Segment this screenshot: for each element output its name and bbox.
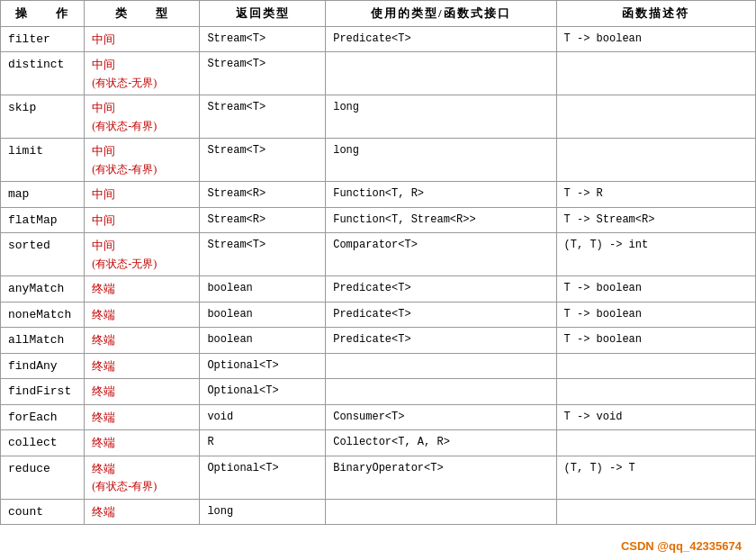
cell-op: forEach	[1, 404, 85, 430]
cell-iface: long	[326, 95, 556, 139]
cell-op: count	[1, 499, 85, 525]
cell-ret: R	[200, 430, 326, 456]
table-row: limit中间(有状态-有界)Stream<T>long	[1, 139, 756, 182]
cell-op: map	[1, 182, 85, 208]
table-row: findFirst终端Optional<T>	[1, 379, 756, 405]
cell-ret: Stream<R>	[200, 207, 326, 233]
header-op: 操 作	[1, 1, 85, 27]
cell-desc: (T, T) -> T	[556, 456, 755, 499]
table-row: flatMap中间Stream<R>Function<T, Stream<R>>…	[1, 207, 756, 233]
cell-type: 终端	[85, 404, 200, 430]
cell-ret: Stream<T>	[200, 52, 326, 95]
cell-desc: T -> boolean	[556, 276, 755, 303]
cell-desc	[556, 379, 755, 405]
cell-ret: Stream<R>	[200, 182, 326, 208]
cell-desc: T -> R	[556, 182, 755, 208]
cell-ret: boolean	[200, 302, 326, 328]
cell-desc: T -> Stream<R>	[556, 207, 755, 233]
cell-desc	[556, 52, 755, 95]
cell-type: 终端	[85, 276, 200, 303]
cell-ret: boolean	[200, 276, 326, 303]
table-row: map中间Stream<R>Function<T, R>T -> R	[1, 182, 756, 208]
cell-ret: Stream<T>	[200, 95, 326, 139]
cell-iface: BinaryOperator<T>	[326, 456, 556, 499]
cell-op: noneMatch	[1, 302, 85, 328]
cell-desc: (T, T) -> int	[556, 233, 755, 276]
cell-iface: Predicate<T>	[326, 276, 556, 303]
cell-type: 中间	[85, 207, 200, 233]
table-row: noneMatch终端booleanPredicate<T>T -> boole…	[1, 302, 756, 328]
header-iface: 使用的类型/函数式接口	[326, 1, 556, 27]
table-row: findAny终端Optional<T>	[1, 353, 756, 379]
cell-iface	[326, 353, 556, 379]
table-row: sorted中间(有状态-无界)Stream<T>Comparator<T>(T…	[1, 233, 756, 276]
table-row: reduce终端(有状态-有界)Optional<T>BinaryOperato…	[1, 456, 756, 499]
table-row: filter中间Stream<T>Predicate<T>T -> boolea…	[1, 26, 756, 52]
cell-op: anyMatch	[1, 276, 85, 303]
header-type: 类 型	[85, 1, 200, 27]
cell-type: 中间(有状态-无界)	[85, 52, 200, 95]
cell-desc	[556, 499, 755, 525]
main-table: 操 作 类 型 返回类型 使用的类型/函数式接口 函数描述符 filter中间S…	[0, 0, 756, 525]
cell-ret: Stream<T>	[200, 139, 326, 182]
cell-desc: T -> void	[556, 404, 755, 430]
cell-iface: Predicate<T>	[326, 26, 556, 52]
cell-iface: Predicate<T>	[326, 302, 556, 328]
cell-desc	[556, 430, 755, 456]
cell-iface: Function<T, Stream<R>>	[326, 207, 556, 233]
cell-op: filter	[1, 26, 85, 52]
cell-op: reduce	[1, 456, 85, 499]
cell-ret: long	[200, 499, 326, 525]
table-row: skip中间(有状态-有界)Stream<T>long	[1, 95, 756, 139]
cell-ret: Optional<T>	[200, 456, 326, 499]
cell-iface	[326, 379, 556, 405]
table-row: forEach终端voidConsumer<T>T -> void	[1, 404, 756, 430]
cell-type: 终端	[85, 302, 200, 328]
table-row: distinct中间(有状态-无界)Stream<T>	[1, 52, 756, 95]
cell-desc: T -> boolean	[556, 328, 755, 354]
cell-op: sorted	[1, 233, 85, 276]
cell-op: allMatch	[1, 328, 85, 354]
table-row: collect终端RCollector<T, A, R>	[1, 430, 756, 456]
page-wrapper: 操 作 类 型 返回类型 使用的类型/函数式接口 函数描述符 filter中间S…	[0, 0, 756, 560]
cell-ret: Stream<T>	[200, 26, 326, 52]
cell-desc: T -> boolean	[556, 26, 755, 52]
cell-desc: T -> boolean	[556, 302, 755, 328]
cell-type: 中间(有状态-有界)	[85, 95, 200, 139]
cell-type: 中间(有状态-无界)	[85, 233, 200, 276]
cell-desc	[556, 139, 755, 182]
cell-ret: Stream<T>	[200, 233, 326, 276]
cell-op: distinct	[1, 52, 85, 95]
watermark: CSDN @qq_42335674	[621, 539, 742, 553]
cell-op: findFirst	[1, 379, 85, 405]
cell-type: 终端	[85, 379, 200, 405]
cell-type: 中间	[85, 182, 200, 208]
cell-iface: Function<T, R>	[326, 182, 556, 208]
cell-op: findAny	[1, 353, 85, 379]
cell-op: skip	[1, 95, 85, 139]
watermark-text: CSDN @qq_42335674	[621, 539, 742, 553]
cell-ret: void	[200, 404, 326, 430]
cell-iface: Predicate<T>	[326, 328, 556, 354]
cell-iface	[326, 499, 556, 525]
cell-iface: Consumer<T>	[326, 404, 556, 430]
cell-type: 终端(有状态-有界)	[85, 456, 200, 499]
cell-desc	[556, 353, 755, 379]
cell-iface: long	[326, 139, 556, 182]
header-ret: 返回类型	[200, 1, 326, 27]
cell-type: 中间	[85, 26, 200, 52]
table-row: allMatch终端booleanPredicate<T>T -> boolea…	[1, 328, 756, 354]
cell-type: 终端	[85, 353, 200, 379]
cell-iface: Comparator<T>	[326, 233, 556, 276]
cell-type: 终端	[85, 430, 200, 456]
cell-iface	[326, 52, 556, 95]
cell-type: 中间(有状态-有界)	[85, 139, 200, 182]
cell-type: 终端	[85, 499, 200, 525]
cell-op: collect	[1, 430, 85, 456]
header-desc: 函数描述符	[556, 1, 755, 27]
cell-op: flatMap	[1, 207, 85, 233]
table-row: anyMatch终端booleanPredicate<T>T -> boolea…	[1, 276, 756, 303]
cell-op: limit	[1, 139, 85, 182]
cell-ret: Optional<T>	[200, 353, 326, 379]
cell-ret: Optional<T>	[200, 379, 326, 405]
